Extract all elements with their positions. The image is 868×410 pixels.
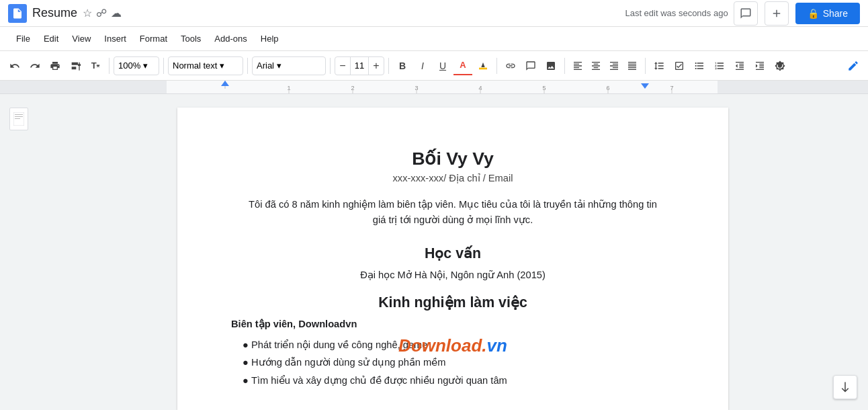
summary-text: Tôi đã có 8 năm kinh nghiệm làm biên tập…	[231, 197, 675, 229]
menu-insert[interactable]: Insert	[99, 31, 132, 46]
add-button[interactable]	[765, 1, 789, 26]
undo-button[interactable]	[5, 56, 24, 75]
svg-rect-2	[167, 81, 718, 94]
menu-file[interactable]: File	[11, 31, 36, 46]
education-title: Học vấn	[231, 245, 675, 262]
separator-8	[645, 58, 646, 74]
svg-rect-0	[479, 67, 487, 69]
bullet-list: Phát triển nội dung về công nghê, game H…	[231, 336, 675, 389]
bullet-item-3: Tìm hiểu và xây dựng chủ đề được nhiều n…	[251, 372, 675, 389]
comment-inline-button[interactable]	[521, 56, 540, 75]
redo-button[interactable]	[26, 56, 44, 75]
clear-format-button[interactable]: Tx	[86, 56, 105, 75]
align-left-button[interactable]	[569, 57, 587, 75]
lock-icon: 🔒	[808, 8, 819, 19]
print-button[interactable]	[46, 56, 64, 75]
numbered-list-button[interactable]	[710, 56, 729, 75]
scroll-to-bottom-button[interactable]	[833, 375, 857, 399]
job-title: Biên tập viên, Downloadvn	[231, 318, 675, 329]
align-group	[569, 57, 641, 75]
style-chevron: ▾	[220, 60, 224, 71]
menu-tools[interactable]: Tools	[175, 31, 206, 46]
bullet-item-1: Phát triển nội dung về công nghê, game	[251, 336, 675, 354]
cloud-icon[interactable]: ☁	[111, 7, 122, 19]
separator-5	[388, 58, 389, 74]
svg-rect-3	[718, 81, 868, 94]
align-right-button[interactable]	[605, 57, 623, 75]
font-size-group: − +	[335, 56, 384, 75]
ruler: 1 2 3 4 5 6 7	[0, 81, 868, 94]
drive-icon[interactable]: ☍	[96, 7, 107, 19]
contact-info: xxx-xxx-xxx/ Địa chỉ / Email	[231, 172, 675, 183]
page-thumbnail[interactable]	[9, 108, 28, 130]
separator-6	[496, 58, 497, 74]
zoom-value: 100%	[118, 60, 140, 71]
doc-area: Bối Vy Vy xxx-xxx-xxx/ Địa chỉ / Email T…	[38, 94, 868, 410]
menu-edit[interactable]: Edit	[38, 31, 64, 46]
font-chevron: ▾	[277, 60, 281, 71]
underline-button[interactable]: U	[433, 56, 452, 75]
doc-icon	[8, 4, 27, 23]
doc-page[interactable]: Bối Vy Vy xxx-xxx-xxx/ Địa chỉ / Email T…	[177, 108, 728, 410]
menu-addons[interactable]: Add-ons	[209, 31, 252, 46]
toolbar: Tx 100% ▾ Normal text ▾ Arial ▾ − + B I …	[0, 51, 868, 81]
bold-button[interactable]: B	[393, 56, 412, 75]
header-actions: 🔒 Share	[734, 1, 860, 26]
style-dropdown[interactable]: Normal text ▾	[168, 56, 243, 75]
separator-7	[564, 58, 565, 74]
clear-formatting-button[interactable]	[771, 56, 789, 75]
decrease-indent-button[interactable]	[730, 56, 749, 75]
highlight-color-button[interactable]	[474, 56, 492, 75]
main-content: Bối Vy Vy xxx-xxx-xxx/ Địa chỉ / Email T…	[0, 94, 868, 410]
style-value: Normal text	[173, 60, 217, 71]
align-justify-button[interactable]	[623, 57, 641, 75]
zoom-chevron: ▾	[143, 60, 148, 71]
increase-indent-button[interactable]	[750, 56, 769, 75]
education-body: Đại học Mở Hà Nội, Ngôn ngữ Anh (2015)	[231, 269, 675, 280]
image-button[interactable]	[541, 56, 560, 75]
sidebar	[0, 94, 38, 410]
italic-button[interactable]: I	[413, 56, 432, 75]
menu-view[interactable]: View	[67, 31, 96, 46]
link-button[interactable]	[501, 56, 520, 75]
separator-3	[247, 58, 248, 74]
text-color-button[interactable]: A	[453, 56, 472, 75]
font-size-increase[interactable]: +	[369, 56, 384, 75]
separator-1	[109, 58, 110, 74]
bullet-list-button[interactable]	[690, 56, 709, 75]
author-name: Bối Vy Vy	[231, 148, 675, 169]
menu-bar: File Edit View Insert Format Tools Add-o…	[0, 27, 868, 51]
bullet-item-2: Hướng dẫn người dùng sử dụng phần mềm	[251, 354, 675, 371]
doc-title[interactable]: Resume	[32, 6, 77, 20]
star-icon[interactable]: ☆	[83, 7, 92, 19]
svg-rect-22	[15, 114, 23, 115]
separator-2	[163, 58, 164, 74]
align-center-button[interactable]	[587, 57, 605, 75]
last-edit-status: Last edit was seconds ago	[625, 8, 728, 18]
menu-help[interactable]: Help	[255, 31, 284, 46]
line-spacing-button[interactable]	[650, 56, 668, 75]
font-size-decrease[interactable]: −	[335, 56, 350, 75]
title-bar: Resume ☆ ☍ ☁ Last edit was seconds ago 🔒…	[0, 0, 868, 27]
paint-format-button[interactable]	[66, 56, 85, 75]
font-dropdown[interactable]: Arial ▾	[252, 56, 326, 75]
font-value: Arial	[257, 60, 274, 71]
font-size-input[interactable]	[350, 56, 369, 75]
checklist-button[interactable]	[670, 56, 689, 75]
pen-button[interactable]	[844, 56, 863, 75]
menu-format[interactable]: Format	[134, 31, 173, 46]
svg-rect-1	[0, 81, 167, 94]
svg-rect-23	[15, 116, 23, 117]
share-label: Share	[823, 8, 848, 19]
title-icons: ☆ ☍ ☁	[83, 7, 122, 19]
svg-rect-24	[15, 118, 20, 119]
separator-4	[330, 58, 331, 74]
experience-title: Kinh nghiệm làm việc	[231, 294, 675, 311]
comment-button[interactable]	[734, 1, 758, 26]
zoom-dropdown[interactable]: 100% ▾	[114, 56, 159, 75]
share-button[interactable]: 🔒 Share	[795, 3, 860, 24]
